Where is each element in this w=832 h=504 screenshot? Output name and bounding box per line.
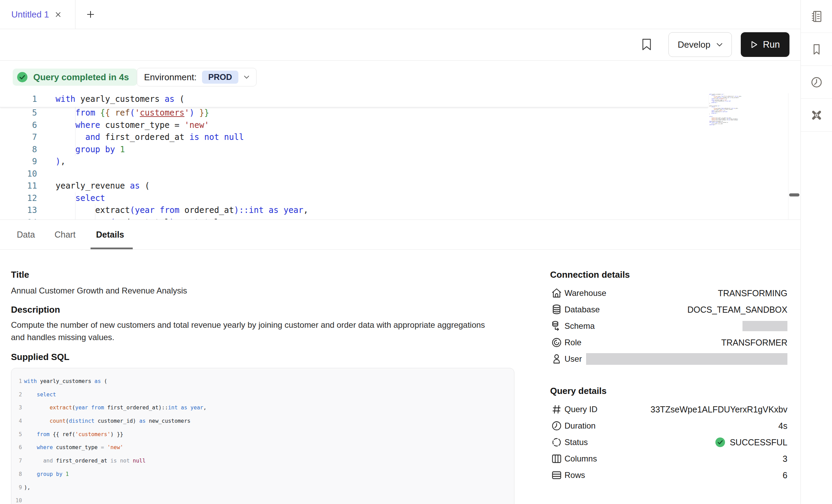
notebook-panel-button[interactable] xyxy=(801,0,832,33)
user-redacted-value xyxy=(586,353,787,365)
bookmark-icon[interactable] xyxy=(642,38,651,51)
details-panel: Title Annual Customer Growth and Revenue… xyxy=(0,250,800,504)
editor-toolbar: Develop Run xyxy=(0,29,800,61)
editor-sticky-line: 1with yearly_customers as ( xyxy=(0,93,708,107)
connection-row-user: User xyxy=(550,351,787,367)
environment-label: Environment: xyxy=(144,72,197,83)
row-label: Rows xyxy=(564,470,585,480)
schema-icon xyxy=(550,320,563,333)
row-value: 4s xyxy=(778,421,787,431)
row-label: Duration xyxy=(564,421,596,431)
history-clock-icon xyxy=(810,75,823,89)
connection-row-role: Role TRANSFORMER xyxy=(550,334,787,351)
row-value: TRANSFORMING xyxy=(718,288,787,298)
row-label: Warehouse xyxy=(564,288,606,298)
develop-mode-dropdown[interactable]: Develop xyxy=(668,32,732,57)
supplied-sql-block: 1with yearly_customers as (2 select3 ext… xyxy=(11,368,514,504)
run-button[interactable]: Run xyxy=(741,32,789,57)
row-label: User xyxy=(564,354,582,364)
environment-value-badge: PROD xyxy=(202,71,238,84)
run-label: Run xyxy=(763,39,780,50)
editor-lines: 5 from {{ ref('customers') }}6 where cus… xyxy=(0,107,800,219)
develop-label: Develop xyxy=(678,39,710,50)
warehouse-icon xyxy=(550,287,563,300)
plus-icon xyxy=(86,10,95,19)
ai-assistant-button[interactable] xyxy=(801,99,832,132)
user-icon xyxy=(550,352,563,365)
document-tab[interactable]: Untitled 1 xyxy=(0,0,75,29)
row-label: Schema xyxy=(564,321,595,331)
environment-selector[interactable]: Environment: PROD xyxy=(137,68,257,86)
tab-chart[interactable]: Chart xyxy=(55,220,75,249)
row-label: Status xyxy=(564,437,588,447)
query-status-text: Query completed in 4s xyxy=(33,72,129,83)
new-tab-button[interactable] xyxy=(83,0,98,29)
connection-details-heading: Connection details xyxy=(550,269,787,280)
active-tab-underline xyxy=(91,248,133,249)
query-row-rows: Rows 6 xyxy=(550,467,787,483)
results-tab-bar: Data Chart Details xyxy=(0,219,800,250)
editor-right-gutter xyxy=(788,93,788,219)
sql-ide-window: Untitled 1 Develop Run xyxy=(0,0,832,504)
chevron-down-icon xyxy=(716,43,723,47)
row-value: 3 xyxy=(783,454,787,464)
columns-icon xyxy=(550,452,563,465)
title-value: Annual Customer Growth and Revenue Analy… xyxy=(11,285,187,297)
play-icon xyxy=(750,40,758,49)
history-panel-button[interactable] xyxy=(801,66,832,99)
row-label: Database xyxy=(564,305,600,314)
query-status-badge: Query completed in 4s xyxy=(13,69,137,86)
connection-row-schema: Schema xyxy=(550,318,787,334)
sql-code-editor[interactable]: 5 from {{ ref('customers') }}6 where cus… xyxy=(0,93,800,219)
query-details-list: Query ID 33TZseWpe1ALFDUYerxR1gVKxbv Dur… xyxy=(550,401,787,483)
document-tab-bar: Untitled 1 xyxy=(0,0,800,29)
row-value: TRANSFORMER xyxy=(721,338,787,348)
query-row-duration: Duration 4s xyxy=(550,418,787,434)
database-icon xyxy=(550,303,563,316)
editor-minimap[interactable]: with yearly_customers as ( select extrac… xyxy=(709,94,748,132)
rows-icon xyxy=(550,469,563,482)
description-value: Compute the number of new customers and … xyxy=(11,319,491,344)
chevron-down-icon xyxy=(244,75,249,79)
row-value: DOCS_TEAM_SANDBOX xyxy=(687,305,787,315)
success-check-icon xyxy=(715,437,726,448)
row-label: Role xyxy=(564,338,581,347)
supplied-sql-heading: Supplied SQL xyxy=(11,352,69,362)
clock-icon xyxy=(550,419,563,432)
check-circle-icon xyxy=(16,71,28,83)
query-row-id: Query ID 33TZseWpe1ALFDUYerxR1gVKxbv xyxy=(550,401,787,418)
schema-redacted-value xyxy=(742,321,787,331)
query-details-heading: Query details xyxy=(550,386,787,396)
query-row-columns: Columns 3 xyxy=(550,451,787,467)
bookmarks-panel-button[interactable] xyxy=(801,33,832,66)
ai-sparkle-x-icon xyxy=(810,108,823,122)
description-heading: Description xyxy=(11,304,60,315)
connection-row-warehouse: Warehouse TRANSFORMING xyxy=(550,285,787,301)
close-tab-icon[interactable] xyxy=(55,11,62,18)
connection-details-list: Warehouse TRANSFORMING Database DOCS_TEA… xyxy=(550,285,787,367)
row-label: Columns xyxy=(564,454,597,464)
metadata-column: Connection details Warehouse TRANSFORMIN… xyxy=(550,250,787,483)
bookmark-icon xyxy=(810,43,823,56)
query-row-status: Status SUCCESSFUL xyxy=(550,434,787,451)
title-heading: Title xyxy=(11,269,29,280)
hash-icon xyxy=(550,403,563,416)
connection-row-database: Database DOCS_TEAM_SANDBOX xyxy=(550,301,787,318)
row-value: SUCCESSFUL xyxy=(730,437,787,447)
query-status-row: Query completed in 4s Environment: PROD xyxy=(0,61,800,93)
editor-scrollbar-thumb[interactable] xyxy=(789,193,799,196)
notebook-icon xyxy=(810,10,823,23)
status-spinner-icon xyxy=(550,436,563,449)
document-tab-title: Untitled 1 xyxy=(11,9,49,20)
row-label: Query ID xyxy=(564,405,597,414)
tab-details[interactable]: Details xyxy=(96,220,124,249)
role-icon xyxy=(550,336,563,349)
right-icon-sidebar xyxy=(800,0,832,504)
tab-data[interactable]: Data xyxy=(17,220,35,249)
row-value: 33TZseWpe1ALFDUYerxR1gVKxbv xyxy=(651,405,787,415)
row-value: 6 xyxy=(783,470,787,480)
